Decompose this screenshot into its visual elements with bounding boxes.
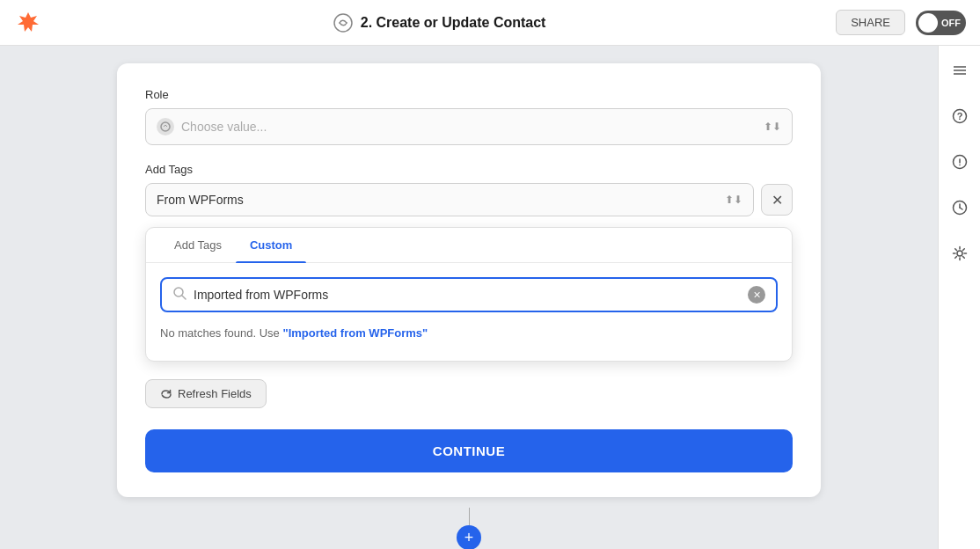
tab-custom[interactable]: Custom bbox=[236, 228, 306, 262]
refresh-fields-label: Refresh Fields bbox=[178, 387, 252, 400]
toggle-circle bbox=[918, 13, 938, 33]
sidebar-clock-icon[interactable] bbox=[946, 194, 974, 222]
sidebar-help-icon[interactable]: ? bbox=[946, 102, 974, 130]
continue-button[interactable]: CONTINUE bbox=[145, 429, 793, 472]
role-section: Role Choose value... ⬆⬇ bbox=[145, 88, 793, 145]
no-matches-prefix: No matches found. Use bbox=[160, 326, 282, 340]
sidebar-settings-icon[interactable] bbox=[946, 239, 974, 267]
main-card: Role Choose value... ⬆⬇ Ad bbox=[117, 63, 821, 497]
role-icon bbox=[157, 118, 174, 135]
svg-point-15 bbox=[957, 251, 962, 256]
header-center: 2. Create or Update Contact bbox=[333, 12, 546, 33]
search-input[interactable] bbox=[194, 288, 748, 302]
svg-line-3 bbox=[182, 296, 186, 299]
role-label: Role bbox=[145, 88, 793, 101]
clear-input-icon[interactable]: ✕ bbox=[748, 286, 765, 304]
add-node-button[interactable]: + bbox=[457, 525, 481, 549]
tags-arrows-icon: ⬆⬇ bbox=[725, 194, 742, 206]
search-icon bbox=[172, 286, 186, 304]
sidebar-alert-icon[interactable] bbox=[946, 148, 974, 176]
tags-select[interactable]: From WPForms ⬆⬇ bbox=[145, 183, 754, 216]
tags-select-value: From WPForms bbox=[157, 193, 725, 207]
bottom-connector: + bbox=[457, 497, 481, 549]
tags-row: From WPForms ⬆⬇ ✕ bbox=[145, 183, 793, 216]
dropdown-tabs: Add Tags Custom bbox=[146, 228, 792, 263]
svg-line-14 bbox=[960, 208, 962, 209]
page-title: 2. Create or Update Contact bbox=[361, 15, 546, 31]
tags-close-button[interactable]: ✕ bbox=[761, 184, 793, 216]
add-tags-section: Add Tags From WPForms ⬆⬇ ✕ Add Tags Cust… bbox=[145, 163, 793, 362]
step-sync-icon bbox=[333, 12, 354, 33]
refresh-fields-button[interactable]: Refresh Fields bbox=[145, 379, 267, 408]
toggle-label: OFF bbox=[941, 18, 961, 28]
svg-text:?: ? bbox=[956, 111, 962, 121]
dropdown-body: ✕ No matches found. Use "Imported from W… bbox=[146, 263, 792, 361]
logo-icon bbox=[14, 9, 42, 37]
content-area: Role Choose value... ⬆⬇ Ad bbox=[0, 46, 938, 549]
svg-point-0 bbox=[334, 14, 352, 32]
add-tags-label: Add Tags bbox=[145, 163, 793, 176]
off-toggle[interactable]: OFF bbox=[916, 11, 966, 35]
no-matches-text: No matches found. Use "Imported from WPF… bbox=[160, 323, 778, 347]
connector-line bbox=[469, 508, 470, 525]
role-select[interactable]: Choose value... ⬆⬇ bbox=[145, 108, 793, 145]
share-button[interactable]: SHARE bbox=[836, 10, 905, 35]
right-sidebar: ? bbox=[938, 46, 980, 549]
header-left bbox=[14, 9, 42, 37]
tab-add-tags[interactable]: Add Tags bbox=[160, 228, 236, 262]
main-layout: Role Choose value... ⬆⬇ Ad bbox=[0, 46, 980, 549]
sidebar-menu-icon[interactable] bbox=[946, 56, 974, 84]
role-placeholder: Choose value... bbox=[181, 120, 764, 134]
svg-point-11 bbox=[959, 165, 961, 166]
dropdown-panel: Add Tags Custom bbox=[145, 227, 793, 362]
refresh-icon bbox=[160, 388, 172, 400]
role-arrows-icon: ⬆⬇ bbox=[764, 121, 781, 133]
header-right: SHARE OFF bbox=[836, 10, 966, 35]
search-input-container: ✕ bbox=[160, 277, 778, 312]
header: 2. Create or Update Contact SHARE OFF bbox=[0, 0, 980, 46]
use-tag-link[interactable]: "Imported from WPForms" bbox=[282, 326, 428, 340]
svg-point-1 bbox=[161, 122, 170, 131]
